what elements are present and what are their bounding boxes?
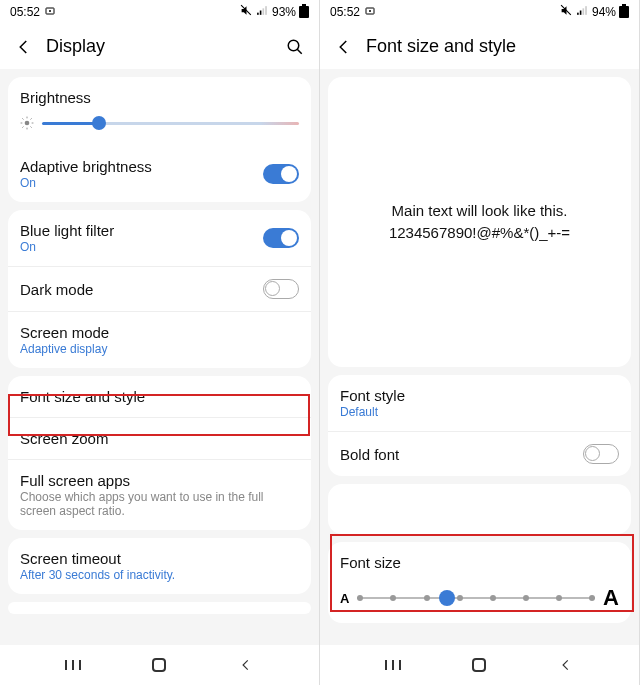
page-title: Display [46, 36, 273, 57]
status-bar: 05:52 93% [0, 0, 319, 24]
svg-rect-6 [265, 6, 267, 15]
font-size-section: Font size A A [328, 542, 631, 623]
screenshot-indicator-icon [44, 5, 56, 20]
search-button[interactable] [285, 37, 305, 57]
screen-zoom-row[interactable]: Screen zoom [8, 418, 311, 460]
screen-timeout-sub: After 30 seconds of inactivity. [20, 568, 299, 582]
dark-mode-title: Dark mode [20, 281, 263, 298]
status-time: 05:52 [10, 5, 40, 19]
full-screen-apps-title: Full screen apps [20, 472, 299, 489]
font-size-title: Font size [340, 554, 619, 571]
nav-home[interactable] [149, 655, 169, 675]
header: Font size and style [320, 24, 639, 69]
battery-icon [299, 4, 309, 21]
svg-line-16 [22, 118, 23, 119]
svg-line-10 [297, 49, 302, 54]
bold-font-title: Bold font [340, 446, 583, 463]
bold-font-toggle[interactable] [583, 444, 619, 464]
back-button[interactable] [14, 37, 34, 57]
svg-rect-30 [585, 6, 587, 15]
header: Display [0, 24, 319, 69]
svg-rect-32 [619, 6, 629, 18]
status-time: 05:52 [330, 5, 360, 19]
svg-point-25 [369, 10, 371, 12]
adaptive-brightness-row[interactable]: Adaptive brightness On [8, 146, 311, 202]
battery-icon [619, 4, 629, 21]
blue-light-toggle[interactable] [263, 228, 299, 248]
battery-percent: 93% [272, 5, 296, 19]
screen-mode-sub: Adaptive display [20, 342, 299, 356]
svg-rect-4 [260, 11, 262, 15]
blue-light-row[interactable]: Blue light filter On [8, 210, 311, 267]
svg-rect-8 [299, 6, 309, 18]
font-style-sub: Default [340, 405, 619, 419]
mute-icon [240, 4, 253, 20]
nav-recents[interactable] [383, 655, 403, 675]
preview-line1: Main text will look like this. [392, 200, 568, 223]
svg-rect-36 [473, 659, 485, 671]
settings-list: Brightness Adaptive brightness On [0, 69, 319, 645]
svg-rect-27 [577, 13, 579, 15]
font-size-style-title: Font size and style [20, 388, 299, 405]
svg-line-18 [22, 127, 23, 128]
font-settings-content: Main text will look like this. 123456789… [320, 69, 639, 645]
adaptive-brightness-title: Adaptive brightness [20, 158, 263, 175]
font-preview: Main text will look like this. 123456789… [328, 77, 631, 367]
blue-light-title: Blue light filter [20, 222, 263, 239]
font-size-large-label: A [603, 585, 619, 611]
phone-display-settings: 05:52 93% Display [0, 0, 320, 685]
bold-font-row[interactable]: Bold font [328, 432, 631, 476]
nav-bar [320, 645, 639, 685]
blue-light-sub: On [20, 240, 263, 254]
svg-rect-3 [257, 13, 259, 15]
dark-mode-toggle[interactable] [263, 279, 299, 299]
svg-rect-29 [582, 8, 584, 14]
status-bar: 05:52 94% [320, 0, 639, 24]
svg-line-19 [31, 118, 32, 119]
svg-rect-31 [622, 4, 626, 6]
nav-back[interactable] [236, 655, 256, 675]
nav-bar [0, 645, 319, 685]
font-size-style-row[interactable]: Font size and style [8, 376, 311, 418]
phone-font-settings: 05:52 94% Font size and style Main text … [320, 0, 640, 685]
brightness-thumb[interactable] [92, 116, 106, 130]
dark-mode-row[interactable]: Dark mode [8, 267, 311, 312]
svg-point-9 [288, 40, 299, 51]
svg-rect-23 [153, 659, 165, 671]
font-size-thumb[interactable] [439, 590, 455, 606]
svg-rect-28 [580, 11, 582, 15]
back-button[interactable] [334, 37, 354, 57]
full-screen-apps-sub: Choose which apps you want to use in the… [20, 490, 299, 518]
font-size-small-label: A [340, 591, 349, 606]
svg-rect-7 [302, 4, 306, 6]
screenshot-indicator-icon [364, 5, 376, 20]
preview-line2: 1234567890!@#%&*()_+-= [389, 222, 570, 245]
nav-back[interactable] [556, 655, 576, 675]
sun-icon [20, 116, 34, 130]
brightness-label: Brightness [20, 89, 299, 106]
nav-recents[interactable] [63, 655, 83, 675]
svg-line-17 [31, 127, 32, 128]
svg-point-11 [25, 121, 30, 126]
font-style-title: Font style [340, 387, 619, 404]
font-style-row[interactable]: Font style Default [328, 375, 631, 432]
svg-point-1 [49, 10, 51, 12]
full-screen-apps-row[interactable]: Full screen apps Choose which apps you w… [8, 460, 311, 530]
brightness-section: Brightness [8, 77, 311, 146]
brightness-slider[interactable] [42, 122, 299, 125]
svg-rect-5 [262, 8, 264, 14]
screen-mode-title: Screen mode [20, 324, 299, 341]
font-size-slider[interactable] [357, 597, 595, 599]
adaptive-brightness-toggle[interactable] [263, 164, 299, 184]
battery-percent: 94% [592, 5, 616, 19]
adaptive-brightness-sub: On [20, 176, 263, 190]
screen-timeout-row[interactable]: Screen timeout After 30 seconds of inact… [8, 538, 311, 594]
screen-timeout-title: Screen timeout [20, 550, 299, 567]
screen-zoom-title: Screen zoom [20, 430, 299, 447]
signal-icon [256, 4, 269, 20]
mute-icon [560, 4, 573, 20]
screen-mode-row[interactable]: Screen mode Adaptive display [8, 312, 311, 368]
nav-home[interactable] [469, 655, 489, 675]
page-title: Font size and style [366, 36, 625, 57]
signal-icon [576, 4, 589, 20]
